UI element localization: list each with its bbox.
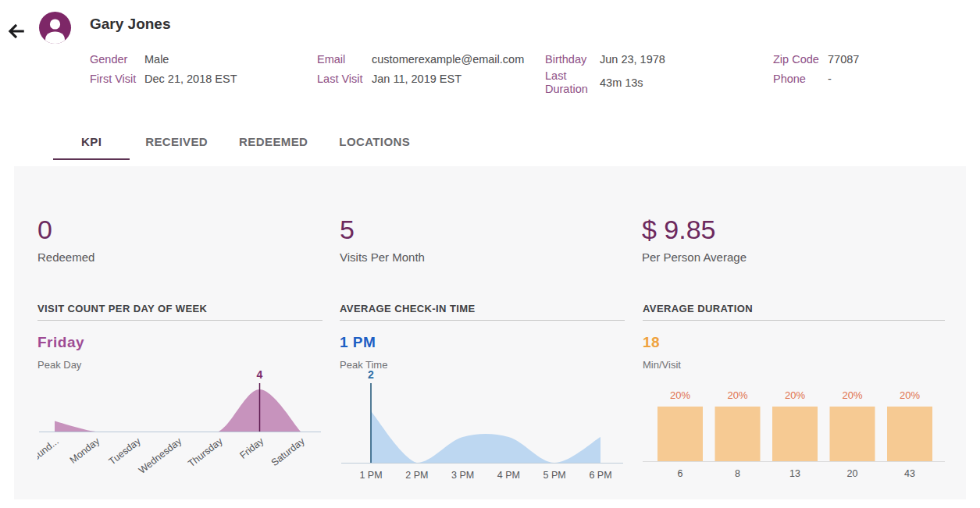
tab-locations[interactable]: LOCATIONS <box>323 126 426 160</box>
field-value: Jun 23, 1978 <box>600 53 665 66</box>
stat-label: Per Person Average <box>642 250 944 264</box>
svg-text:20: 20 <box>847 468 858 479</box>
field-value: Male <box>144 53 169 66</box>
details-column-3: Birthday Jun 23, 1978 Last Duration 43m … <box>545 50 773 96</box>
peak-time-value: 1 PM <box>340 334 625 351</box>
stat-label: Redeemed <box>37 250 340 264</box>
chart-title: AVERAGE DURATION <box>643 303 945 314</box>
svg-text:Thursday: Thursday <box>186 435 225 470</box>
field-label: Zip Code <box>773 53 828 66</box>
chart-visit-count-per-day: VISIT COUNT PER DAY OF WEEK Friday Peak … <box>37 303 323 488</box>
svg-text:Sund...: Sund... <box>37 435 61 463</box>
field-gender: Gender Male <box>90 50 317 69</box>
svg-text:4 PM: 4 PM <box>497 470 520 481</box>
svg-text:3 PM: 3 PM <box>451 470 474 481</box>
svg-text:20%: 20% <box>727 389 747 401</box>
duration-bar-chart: 20%620%820%1320%2020%43 <box>643 366 945 488</box>
svg-text:1 PM: 1 PM <box>359 470 382 481</box>
field-label: Last Visit <box>317 73 372 86</box>
svg-text:6: 6 <box>678 468 683 479</box>
field-zip-code: Zip Code 77087 <box>773 50 980 69</box>
field-birthday: Birthday Jun 23, 1978 <box>545 50 773 69</box>
svg-text:2 PM: 2 PM <box>405 470 428 481</box>
details-column-1: Gender Male First Visit Dec 21, 2018 EST <box>90 50 317 96</box>
svg-text:43: 43 <box>904 468 915 479</box>
field-email: Email customerexample@email.com <box>317 50 545 69</box>
svg-text:Wednesday: Wednesday <box>137 435 184 476</box>
kpi-panel: 0 Redeemed 5 Visits Per Month $ 9.85 Per… <box>14 166 966 499</box>
details-column-4: Zip Code 77087 Phone - <box>773 50 980 96</box>
divider <box>37 320 323 321</box>
field-value: 77087 <box>828 53 859 66</box>
checkin-time-area-chart: 21 PM2 PM3 PM4 PM5 PM6 PM <box>340 366 625 488</box>
tab-kpi[interactable]: KPI <box>53 126 130 160</box>
chart-average-duration: AVERAGE DURATION 18 Min/Visit 20%620%820… <box>643 303 945 488</box>
svg-text:Monday: Monday <box>68 435 102 466</box>
field-first-visit: First Visit Dec 21, 2018 EST <box>90 69 317 89</box>
field-phone: Phone - <box>773 69 980 89</box>
svg-text:13: 13 <box>789 468 800 479</box>
visit-count-area-chart: 4Sund...MondayTuesdayWednesdayThursdayFr… <box>37 366 323 488</box>
divider <box>643 320 945 321</box>
field-label: Phone <box>773 73 828 86</box>
field-label: First Visit <box>90 73 144 86</box>
field-last-duration: Last Duration 43m 13s <box>545 69 773 96</box>
peak-day-value: Friday <box>37 334 323 351</box>
customer-details: Gender Male First Visit Dec 21, 2018 EST… <box>90 50 980 96</box>
chart-title: VISIT COUNT PER DAY OF WEEK <box>37 303 323 314</box>
svg-text:5 PM: 5 PM <box>543 470 566 481</box>
field-label: Last Duration <box>545 69 600 96</box>
chart-average-checkin-time: AVERAGE CHECK-IN TIME 1 PM Peak Time 21 … <box>340 303 625 488</box>
stat-value: 5 <box>340 215 642 244</box>
details-column-2: Email customerexample@email.com Last Vis… <box>317 50 545 96</box>
svg-text:20%: 20% <box>670 389 690 401</box>
stat-label: Visits Per Month <box>340 250 642 264</box>
customer-name: Gary Jones <box>90 16 171 33</box>
stat-value: 0 <box>37 215 340 244</box>
field-label: Email <box>317 53 372 66</box>
stat-value: $ 9.85 <box>642 215 944 244</box>
svg-text:20%: 20% <box>900 389 920 401</box>
svg-text:Friday: Friday <box>237 435 266 461</box>
chart-title: AVERAGE CHECK-IN TIME <box>340 303 625 314</box>
stat-visits-per-month: 5 Visits Per Month <box>340 215 642 264</box>
tab-redeemed[interactable]: REDEEMED <box>223 126 323 160</box>
svg-text:6 PM: 6 PM <box>589 470 611 481</box>
svg-text:2: 2 <box>368 368 374 381</box>
back-arrow-icon <box>6 32 27 44</box>
tab-received[interactable]: RECEIVED <box>130 126 223 160</box>
customer-profile-page: Gary Jones Gender Male First Visit Dec 2… <box>0 0 980 508</box>
field-value: Jan 11, 2019 EST <box>372 73 461 86</box>
field-label: Birthday <box>545 53 600 66</box>
field-label: Gender <box>90 53 144 66</box>
avatar <box>39 12 71 44</box>
svg-text:Saturday: Saturday <box>269 435 308 468</box>
svg-text:20%: 20% <box>842 389 862 401</box>
divider <box>340 320 625 321</box>
field-value: - <box>828 73 832 86</box>
field-last-visit: Last Visit Jan 11, 2019 EST <box>317 69 545 89</box>
charts-row: VISIT COUNT PER DAY OF WEEK Friday Peak … <box>37 303 966 488</box>
min-per-visit-value: 18 <box>643 334 945 351</box>
field-value: customerexample@email.com <box>372 53 524 66</box>
person-icon <box>39 33 71 44</box>
stat-redeemed: 0 Redeemed <box>37 215 340 264</box>
back-button[interactable] <box>5 20 28 44</box>
svg-text:20%: 20% <box>785 389 805 401</box>
field-value: Dec 21, 2018 EST <box>144 73 237 86</box>
tab-bar: KPI RECEIVED REDEEMED LOCATIONS <box>53 126 426 160</box>
stat-per-person-average: $ 9.85 Per Person Average <box>642 215 944 264</box>
stats-row: 0 Redeemed 5 Visits Per Month $ 9.85 Per… <box>37 215 966 264</box>
svg-text:8: 8 <box>735 468 740 479</box>
svg-text:4: 4 <box>257 368 263 381</box>
field-value: 43m 13s <box>600 76 643 90</box>
svg-text:Tuesday: Tuesday <box>107 435 144 467</box>
